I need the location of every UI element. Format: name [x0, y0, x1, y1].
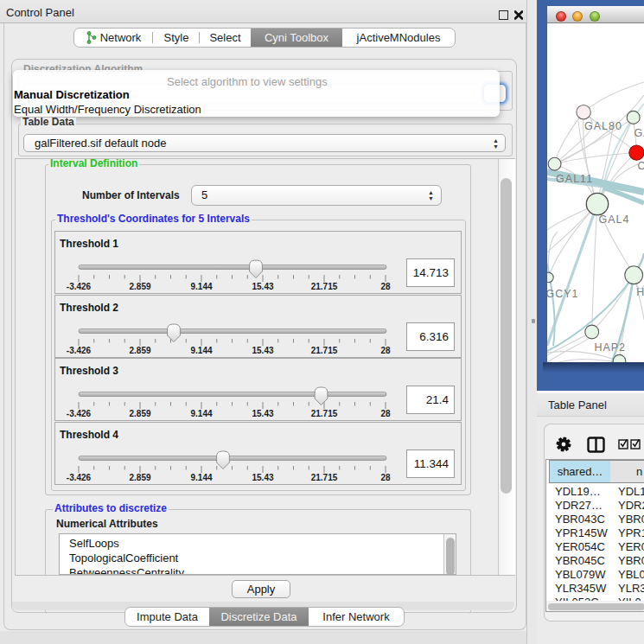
svg-text:2.859: 2.859 [129, 282, 150, 291]
svg-text:GAL3: GAL3 [634, 127, 644, 139]
svg-text:GAL11: GAL11 [556, 173, 593, 185]
svg-text:GAL80: GAL80 [584, 120, 622, 132]
svg-text:28: 28 [380, 346, 391, 355]
svg-text:21.715: 21.715 [311, 346, 338, 355]
svg-text:2.859: 2.859 [129, 473, 150, 482]
svg-text:21.715: 21.715 [311, 409, 338, 418]
svg-text:15.43: 15.43 [252, 409, 273, 418]
svg-text:9.144: 9.144 [190, 473, 212, 482]
svg-text:21.715: 21.715 [311, 473, 338, 482]
svg-text:9.144: 9.144 [190, 346, 212, 355]
svg-text:9.144: 9.144 [190, 282, 212, 291]
svg-text:15.43: 15.43 [252, 473, 273, 482]
svg-text:HAP: HAP [636, 286, 644, 298]
svg-text:28: 28 [380, 282, 391, 291]
svg-text:-3.426: -3.426 [67, 346, 92, 355]
svg-text:28: 28 [380, 409, 391, 418]
svg-text:-3.426: -3.426 [67, 282, 92, 291]
svg-text:2.859: 2.859 [129, 346, 150, 355]
svg-text:-3.426: -3.426 [67, 409, 92, 418]
svg-text:9.144: 9.144 [190, 409, 212, 418]
svg-text:2.859: 2.859 [129, 409, 150, 418]
svg-text:HAP2: HAP2 [594, 341, 626, 354]
svg-text:CRP1: CRP1 [638, 160, 644, 172]
svg-text:28: 28 [380, 473, 391, 482]
svg-text:-3.426: -3.426 [67, 473, 92, 482]
svg-text:GAL4: GAL4 [599, 214, 630, 226]
svg-text:21.715: 21.715 [311, 282, 338, 291]
svg-text:15.43: 15.43 [252, 346, 273, 355]
svg-text:GCY1: GCY1 [547, 288, 579, 300]
svg-text:15.43: 15.43 [252, 282, 273, 291]
